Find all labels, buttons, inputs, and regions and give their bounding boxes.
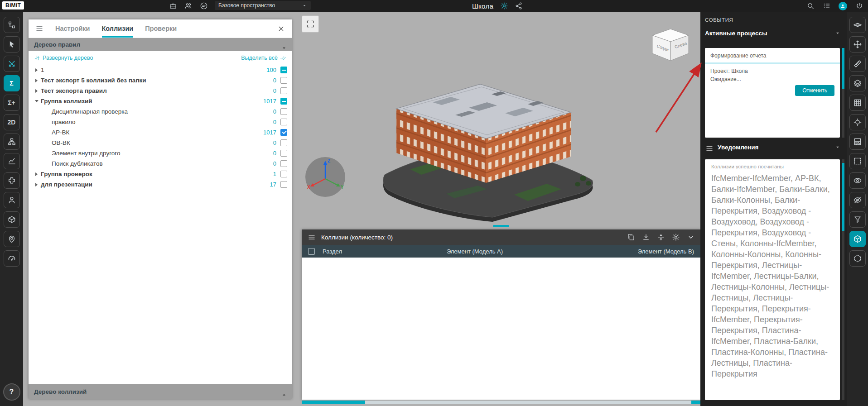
tab-settings[interactable]: Настройки: [55, 19, 90, 38]
grid-icon[interactable]: [849, 95, 866, 111]
tree-item-checkbox[interactable]: [280, 129, 287, 136]
tree-expand-icon[interactable]: [33, 68, 40, 72]
focus-target-icon[interactable]: [849, 114, 866, 130]
export-model-icon[interactable]: [4, 211, 20, 228]
selection-box-icon[interactable]: [849, 153, 866, 169]
scrollbar-thumb[interactable]: [302, 401, 365, 404]
orbit-icon[interactable]: [849, 17, 866, 33]
ghost-cube-icon[interactable]: [849, 250, 866, 267]
tree-expand-icon[interactable]: [33, 79, 40, 82]
user-location-icon[interactable]: [4, 231, 20, 247]
tree-item-checkbox[interactable]: [280, 181, 287, 188]
panel-menu-icon[interactable]: [35, 24, 43, 33]
briefcase-icon[interactable]: [169, 2, 177, 10]
team-icon[interactable]: [184, 2, 193, 10]
collapse-panel-icon[interactable]: [686, 233, 695, 242]
share-icon[interactable]: [514, 2, 523, 10]
import-icon[interactable]: [641, 233, 650, 242]
tree-row[interactable]: для презентации17: [29, 179, 292, 190]
tree-row[interactable]: Группа коллизий1017: [29, 96, 292, 106]
collisions-table-body[interactable]: [302, 258, 700, 400]
rules-tree-section-header[interactable]: Дерево правил: [29, 38, 292, 51]
tree-row[interactable]: АР-ВК1017: [29, 127, 292, 138]
tree-item-checkbox[interactable]: [280, 67, 287, 73]
notifications-menu-icon[interactable]: [705, 144, 714, 153]
workspace-selector[interactable]: Базовое пространство: [215, 1, 311, 10]
tree-row[interactable]: правило0: [29, 117, 292, 127]
structure-icon[interactable]: [4, 134, 20, 150]
tree-item-checkbox[interactable]: [280, 150, 287, 157]
isolate-cube-icon[interactable]: [849, 231, 866, 247]
tree-row[interactable]: Поиск дубликатов0: [29, 158, 292, 169]
collisions-menu-icon[interactable]: [307, 233, 316, 242]
collapse-notifications-icon[interactable]: [834, 144, 841, 150]
panel-resize-handle[interactable]: [493, 225, 509, 227]
scrollbar-thumb[interactable]: [691, 401, 700, 404]
processes-scrollbar[interactable]: [842, 48, 844, 138]
tree-expand-icon[interactable]: [33, 100, 40, 102]
tab-checks[interactable]: Проверки: [145, 19, 177, 38]
filter-icon[interactable]: [849, 211, 866, 228]
tree-row[interactable]: Тест экспорта правил0: [29, 86, 292, 96]
power-icon[interactable]: [855, 2, 863, 10]
users-icon[interactable]: [4, 192, 20, 208]
active-processes-title[interactable]: Активные процессы: [705, 30, 767, 37]
select-cursor-icon[interactable]: [4, 36, 20, 53]
user-avatar[interactable]: [839, 2, 847, 10]
tree-item-checkbox[interactable]: [280, 98, 287, 105]
tree-row[interactable]: Тест экспорт 5 коллизий без папки0: [29, 75, 292, 86]
tree-row[interactable]: 1100: [29, 65, 292, 75]
navigation-cube[interactable]: Сзади Слева: [649, 26, 692, 64]
collision-tree-footer[interactable]: Дерево коллизий: [29, 384, 292, 399]
tree-item-checkbox[interactable]: [280, 171, 287, 177]
collapse-processes-icon[interactable]: [834, 30, 841, 36]
tree-expand-icon[interactable]: [33, 89, 40, 93]
menu-list-icon[interactable]: [822, 2, 831, 10]
table-settings-icon[interactable]: [671, 233, 680, 242]
tree-item-checkbox[interactable]: [280, 139, 287, 146]
hide-eye-icon[interactable]: [849, 192, 866, 208]
tree-row[interactable]: Группа проверок1: [29, 169, 292, 179]
fit-rows-icon[interactable]: [656, 233, 665, 242]
focus-viewport-button[interactable]: [302, 15, 319, 33]
column-header[interactable]: Элемент (Модель А): [400, 248, 550, 255]
expand-tree-link[interactable]: Развернуть дерево: [34, 55, 93, 61]
model-tree-icon[interactable]: [4, 17, 20, 33]
tree-row[interactable]: Дисциплинарная проверка0: [29, 106, 292, 117]
tree-item-checkbox[interactable]: [280, 119, 287, 125]
workspace-icon[interactable]: [199, 2, 208, 10]
search-icon[interactable]: [806, 2, 815, 10]
notifications-scrollbar[interactable]: [842, 159, 844, 400]
horizontal-scrollbar[interactable]: [302, 401, 700, 404]
tab-collisions[interactable]: Коллизии: [102, 19, 134, 38]
tree-item-checkbox[interactable]: [280, 160, 287, 167]
section-box-icon[interactable]: [849, 134, 866, 150]
column-header[interactable]: Элемент (Модель В): [550, 248, 700, 255]
close-panel-icon[interactable]: [277, 24, 285, 33]
column-header[interactable]: Раздел: [323, 248, 400, 255]
tree-item-checkbox[interactable]: [280, 87, 287, 94]
axis-gizmo[interactable]: Z X Y: [304, 156, 346, 198]
tree-item-checkbox[interactable]: [280, 77, 287, 84]
rules-add-icon[interactable]: Σ+: [4, 95, 20, 111]
notifications-title[interactable]: Уведомления: [718, 144, 758, 151]
tree-row[interactable]: Элемент внутри другого0: [29, 148, 292, 158]
duplicate-icon[interactable]: [627, 233, 635, 242]
clash-detection-icon[interactable]: [4, 56, 20, 72]
drawings-2d-icon[interactable]: 2D: [4, 114, 20, 130]
tree-expand-icon[interactable]: [33, 183, 40, 186]
layers-icon[interactable]: [849, 75, 866, 91]
rules-sum-icon[interactable]: Σ: [4, 75, 20, 91]
tree-item-checkbox[interactable]: [280, 108, 287, 115]
tree-expand-icon[interactable]: [33, 172, 40, 176]
plugins-icon[interactable]: [4, 172, 20, 189]
pan-icon[interactable]: [849, 36, 866, 53]
help-icon[interactable]: ?: [3, 383, 20, 401]
select-all-link[interactable]: Выделить всё: [241, 55, 286, 61]
charts-icon[interactable]: [4, 153, 20, 169]
measure-icon[interactable]: [849, 56, 866, 72]
settings-gear-icon[interactable]: [500, 2, 508, 10]
dashboard-icon[interactable]: [4, 250, 20, 267]
cancel-process-button[interactable]: Отменить: [795, 85, 834, 96]
select-all-rows-checkbox[interactable]: [308, 248, 315, 255]
